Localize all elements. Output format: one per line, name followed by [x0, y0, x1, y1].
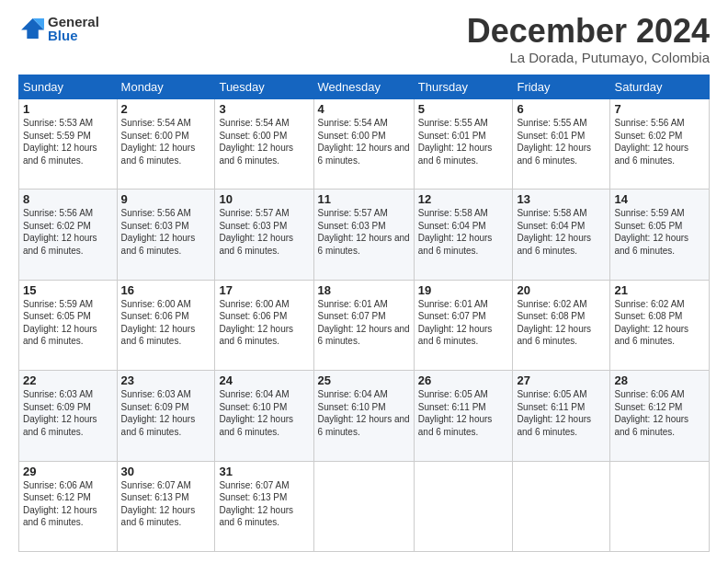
table-row: 18 Sunrise: 6:01 AM Sunset: 6:07 PM Dayl…: [313, 280, 414, 370]
day-info: Sunrise: 5:54 AM Sunset: 6:00 PM Dayligh…: [318, 117, 410, 167]
sunrise-label: Sunrise: 5:54 AM: [219, 118, 289, 128]
sunrise-label: Sunrise: 5:56 AM: [121, 208, 191, 218]
day-info: Sunrise: 6:03 AM Sunset: 6:09 PM Dayligh…: [121, 388, 211, 438]
daylight-label: Daylight: 12 hours and 6 minutes.: [318, 414, 410, 437]
table-row: 26 Sunrise: 6:05 AM Sunset: 6:11 PM Dayl…: [414, 371, 513, 461]
col-sunday: Sunday: [19, 75, 118, 99]
sunrise-label: Sunrise: 5:54 AM: [318, 118, 388, 128]
col-saturday: Saturday: [610, 75, 710, 99]
daylight-label: Daylight: 12 hours and 6 minutes.: [121, 233, 196, 256]
sunset-label: Sunset: 6:01 PM: [517, 131, 585, 141]
logo-icon: [18, 16, 44, 41]
day-info: Sunrise: 6:05 AM Sunset: 6:11 PM Dayligh…: [418, 388, 509, 438]
daylight-label: Daylight: 12 hours and 6 minutes.: [418, 143, 493, 166]
table-row: 2 Sunrise: 5:54 AM Sunset: 6:00 PM Dayli…: [117, 99, 215, 190]
sunrise-label: Sunrise: 6:01 AM: [318, 299, 388, 309]
day-info: Sunrise: 6:01 AM Sunset: 6:07 PM Dayligh…: [318, 298, 410, 348]
logo-text: General Blue: [48, 15, 99, 42]
sunset-label: Sunset: 6:05 PM: [614, 221, 682, 231]
table-row: 16 Sunrise: 6:00 AM Sunset: 6:06 PM Dayl…: [117, 280, 215, 370]
day-info: Sunrise: 5:58 AM Sunset: 6:04 PM Dayligh…: [517, 207, 606, 257]
daylight-label: Daylight: 12 hours and 6 minutes.: [219, 233, 293, 256]
daylight-label: Daylight: 12 hours and 6 minutes.: [219, 324, 293, 347]
table-row: 13 Sunrise: 5:58 AM Sunset: 6:04 PM Dayl…: [513, 190, 610, 280]
sunset-label: Sunset: 6:10 PM: [318, 402, 386, 412]
sunrise-label: Sunrise: 6:02 AM: [614, 299, 684, 309]
day-info: Sunrise: 5:55 AM Sunset: 6:01 PM Dayligh…: [517, 117, 606, 167]
day-number: 3: [219, 102, 309, 116]
calendar-week-row: 15 Sunrise: 5:59 AM Sunset: 6:05 PM Dayl…: [19, 280, 710, 370]
sunset-label: Sunset: 6:07 PM: [418, 311, 486, 321]
sunset-label: Sunset: 6:04 PM: [418, 221, 486, 231]
day-info: Sunrise: 5:56 AM Sunset: 6:02 PM Dayligh…: [23, 207, 113, 257]
sunrise-label: Sunrise: 5:55 AM: [517, 118, 586, 128]
daylight-label: Daylight: 12 hours and 6 minutes.: [318, 143, 410, 166]
day-number: 29: [23, 465, 113, 478]
sunset-label: Sunset: 6:08 PM: [614, 311, 682, 321]
daylight-label: Daylight: 12 hours and 6 minutes.: [23, 233, 97, 256]
day-info: Sunrise: 6:02 AM Sunset: 6:08 PM Dayligh…: [517, 298, 606, 348]
day-number: 11: [318, 192, 410, 206]
table-row: 21 Sunrise: 6:02 AM Sunset: 6:08 PM Dayl…: [610, 280, 710, 370]
day-number: 28: [614, 373, 705, 387]
table-row: 8 Sunrise: 5:56 AM Sunset: 6:02 PM Dayli…: [19, 190, 118, 280]
day-info: Sunrise: 6:00 AM Sunset: 6:06 PM Dayligh…: [121, 298, 211, 348]
table-row: 20 Sunrise: 6:02 AM Sunset: 6:08 PM Dayl…: [513, 280, 610, 370]
table-row: 23 Sunrise: 6:03 AM Sunset: 6:09 PM Dayl…: [117, 371, 215, 461]
table-row: [414, 461, 513, 551]
daylight-label: Daylight: 12 hours and 6 minutes.: [121, 414, 196, 437]
table-row: 10 Sunrise: 5:57 AM Sunset: 6:03 PM Dayl…: [215, 190, 313, 280]
sunset-label: Sunset: 6:02 PM: [614, 131, 682, 141]
daylight-label: Daylight: 12 hours and 6 minutes.: [23, 505, 97, 528]
sunrise-label: Sunrise: 5:58 AM: [418, 208, 488, 218]
sunset-label: Sunset: 6:00 PM: [318, 131, 386, 141]
sunrise-label: Sunrise: 6:07 AM: [121, 480, 191, 490]
table-row: 27 Sunrise: 6:05 AM Sunset: 6:11 PM Dayl…: [513, 371, 610, 461]
day-number: 10: [219, 192, 309, 206]
day-number: 9: [121, 192, 211, 206]
col-friday: Friday: [513, 75, 610, 99]
daylight-label: Daylight: 12 hours and 6 minutes.: [517, 233, 591, 256]
table-row: 9 Sunrise: 5:56 AM Sunset: 6:03 PM Dayli…: [117, 190, 215, 280]
sunrise-label: Sunrise: 6:00 AM: [121, 299, 191, 309]
table-row: 24 Sunrise: 6:04 AM Sunset: 6:10 PM Dayl…: [215, 371, 313, 461]
sunset-label: Sunset: 6:10 PM: [219, 402, 287, 412]
sunrise-label: Sunrise: 6:07 AM: [219, 480, 289, 490]
daylight-label: Daylight: 12 hours and 6 minutes.: [219, 414, 293, 437]
sunset-label: Sunset: 6:03 PM: [219, 221, 287, 231]
day-info: Sunrise: 6:02 AM Sunset: 6:08 PM Dayligh…: [614, 298, 705, 348]
day-info: Sunrise: 6:03 AM Sunset: 6:09 PM Dayligh…: [23, 388, 113, 438]
title-block: December 2024 La Dorada, Putumayo, Colom…: [467, 15, 710, 65]
day-info: Sunrise: 5:54 AM Sunset: 6:00 PM Dayligh…: [219, 117, 309, 167]
sunset-label: Sunset: 6:09 PM: [121, 402, 189, 412]
sunset-label: Sunset: 6:08 PM: [517, 311, 585, 321]
sunset-label: Sunset: 6:11 PM: [517, 402, 585, 412]
daylight-label: Daylight: 12 hours and 6 minutes.: [23, 324, 97, 347]
sunrise-label: Sunrise: 6:02 AM: [517, 299, 586, 309]
sunrise-label: Sunrise: 5:58 AM: [517, 208, 586, 218]
day-number: 12: [418, 192, 509, 206]
daylight-label: Daylight: 12 hours and 6 minutes.: [219, 143, 293, 166]
day-info: Sunrise: 6:07 AM Sunset: 6:13 PM Dayligh…: [121, 479, 211, 529]
day-info: Sunrise: 6:00 AM Sunset: 6:06 PM Dayligh…: [219, 298, 309, 348]
calendar-week-row: 1 Sunrise: 5:53 AM Sunset: 5:59 PM Dayli…: [19, 99, 710, 190]
sunset-label: Sunset: 6:04 PM: [517, 221, 585, 231]
sunrise-label: Sunrise: 6:03 AM: [121, 389, 191, 399]
sunrise-label: Sunrise: 6:06 AM: [614, 389, 684, 399]
sunset-label: Sunset: 6:07 PM: [318, 311, 386, 321]
day-info: Sunrise: 6:04 AM Sunset: 6:10 PM Dayligh…: [318, 388, 410, 438]
table-row: 22 Sunrise: 6:03 AM Sunset: 6:09 PM Dayl…: [19, 371, 118, 461]
table-row: 14 Sunrise: 5:59 AM Sunset: 6:05 PM Dayl…: [610, 190, 710, 280]
table-row: 1 Sunrise: 5:53 AM Sunset: 5:59 PM Dayli…: [19, 99, 118, 190]
day-number: 16: [121, 283, 211, 297]
table-row: 17 Sunrise: 6:00 AM Sunset: 6:06 PM Dayl…: [215, 280, 313, 370]
day-number: 26: [418, 373, 509, 387]
sunset-label: Sunset: 6:06 PM: [121, 311, 189, 321]
day-number: 21: [614, 283, 705, 297]
calendar-table: Sunday Monday Tuesday Wednesday Thursday…: [18, 75, 710, 552]
header: General Blue December 2024 La Dorada, Pu…: [18, 15, 710, 65]
sunrise-label: Sunrise: 6:03 AM: [23, 389, 93, 399]
table-row: 25 Sunrise: 6:04 AM Sunset: 6:10 PM Dayl…: [313, 371, 414, 461]
daylight-label: Daylight: 12 hours and 6 minutes.: [121, 143, 196, 166]
day-number: 14: [614, 192, 705, 206]
